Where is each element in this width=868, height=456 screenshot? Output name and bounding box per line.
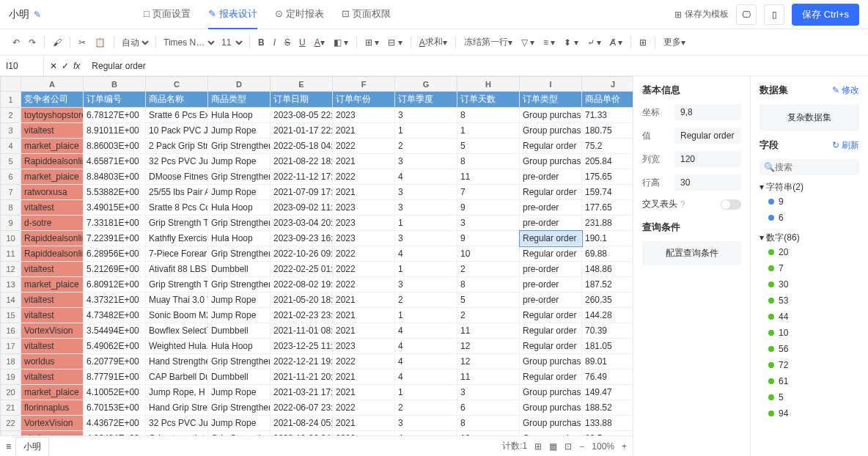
cancel-formula-icon[interactable]: ✕	[50, 61, 57, 71]
row-header[interactable]: 9	[1, 216, 21, 231]
table-cell[interactable]: 177.65	[582, 200, 633, 216]
row-height-input[interactable]: 30	[674, 174, 741, 191]
table-cell[interactable]: 8	[457, 277, 520, 293]
field-item[interactable]: 10	[760, 325, 859, 341]
table-cell[interactable]: market_plaice	[21, 139, 84, 154]
table-cell[interactable]: d-sotre	[21, 216, 84, 231]
table-header-cell[interactable]: 竞争者公司	[21, 92, 84, 108]
row-header[interactable]: 1	[1, 92, 21, 108]
table-cell[interactable]: 4	[395, 246, 457, 262]
row-header[interactable]: 21	[1, 400, 21, 416]
table-cell[interactable]: 2022-02-25 01:55	[271, 262, 333, 277]
table-cell[interactable]: 12	[457, 431, 520, 436]
fill-color-icon[interactable]: ◧ ▾	[330, 35, 352, 50]
table-cell[interactable]: 260.35	[582, 293, 633, 308]
table-cell[interactable]: 11	[457, 323, 520, 339]
table-cell[interactable]: 5.49062E+00	[84, 339, 146, 354]
row-header[interactable]: 16	[1, 323, 21, 339]
table-cell[interactable]: 6.78127E+00	[84, 108, 146, 123]
field-item[interactable]: 30	[760, 276, 859, 293]
table-cell[interactable]: 7-Piece Forearm &	[146, 246, 208, 262]
table-cell[interactable]: vitaltest	[21, 369, 84, 385]
table-cell[interactable]: 82.5	[582, 431, 633, 436]
table-cell[interactable]: 2021	[333, 123, 395, 139]
table-cell[interactable]: 6.28956E+00	[84, 246, 146, 262]
save-template-button[interactable]: ⊞ 保存为模板	[674, 8, 729, 21]
col-header[interactable]: J	[582, 77, 633, 92]
field-item[interactable]: 9	[760, 194, 859, 210]
table-cell[interactable]: 187.52	[582, 277, 633, 293]
table-cell[interactable]: 180.75	[582, 123, 633, 139]
refresh-link[interactable]: ↻ 刷新	[832, 139, 859, 152]
merge-icon[interactable]: ⊟ ▾	[384, 35, 405, 50]
table-cell[interactable]: 3	[395, 277, 457, 293]
row-header[interactable]: 20	[1, 385, 21, 400]
zoom-out-icon[interactable]: −	[579, 441, 584, 452]
table-cell[interactable]: Rapiddealsonline	[21, 231, 84, 246]
table-cell[interactable]: 2022	[333, 354, 395, 369]
table-cell[interactable]: 9	[457, 200, 520, 216]
mobile-preview-icon[interactable]: ▯	[764, 4, 784, 25]
table-cell[interactable]: VortexVision	[21, 416, 84, 431]
table-cell[interactable]: 3	[395, 231, 457, 246]
table-cell[interactable]: Hand Grip Strength	[146, 400, 208, 416]
field-search[interactable]: 🔍	[760, 159, 859, 175]
table-cell[interactable]: 70.39	[582, 323, 633, 339]
table-cell[interactable]: 2022	[333, 431, 395, 436]
help-icon[interactable]: ?	[680, 199, 685, 210]
table-cell[interactable]: Group purchase ord	[520, 431, 582, 436]
table-cell[interactable]: 1	[395, 385, 457, 400]
table-header-cell[interactable]: 订单类型	[520, 92, 582, 108]
font-select[interactable]: Times N…	[161, 37, 217, 48]
table-cell[interactable]: 3	[395, 200, 457, 216]
table-cell[interactable]: Hula Hoop	[208, 200, 271, 216]
table-cell[interactable]: 4.26424E+00	[84, 431, 146, 436]
row-header[interactable]: 10	[1, 231, 21, 246]
config-query-button[interactable]: 配置查询条件	[642, 241, 741, 265]
view-icon-1[interactable]: ⊞	[534, 441, 542, 452]
table-cell[interactable]: 2021-05-20 18:45	[271, 293, 333, 308]
table-cell[interactable]: 4	[395, 339, 457, 354]
edit-title-icon[interactable]: ✎	[34, 10, 41, 20]
table-cell[interactable]: Grip Strengthener	[208, 169, 271, 185]
table-cell[interactable]: Regular order	[520, 246, 582, 262]
table-cell[interactable]: pre-order	[520, 200, 582, 216]
more-button[interactable]: 更多 ▾	[660, 34, 689, 51]
table-cell[interactable]: Grip Strengthener	[208, 139, 271, 154]
grid[interactable]: ABCDEFGHIJ1竞争者公司订单编号商品名称商品类型订单日期订单年份订单季度…	[0, 76, 633, 435]
col-header[interactable]: B	[84, 77, 146, 92]
table-cell[interactable]: 231.88	[582, 216, 633, 231]
row-header[interactable]: 19	[1, 369, 21, 385]
table-cell[interactable]: pre-order	[520, 169, 582, 185]
table-cell[interactable]: Rapiddealsonline	[21, 154, 84, 169]
table-cell[interactable]: 75.2	[582, 139, 633, 154]
table-cell[interactable]: Group purchase ord	[520, 108, 582, 123]
table-cell[interactable]: 2021	[333, 369, 395, 385]
table-cell[interactable]: 4	[395, 354, 457, 369]
edit-dataset-link[interactable]: ✎ 修改	[832, 84, 859, 97]
view-icon-3[interactable]: ⊡	[564, 441, 572, 452]
table-cell[interactable]: pre-order	[520, 216, 582, 231]
table-cell[interactable]: 3	[395, 108, 457, 123]
col-header[interactable]: I	[520, 77, 582, 92]
table-cell[interactable]: 205.84	[582, 154, 633, 169]
table-cell[interactable]: 9	[457, 231, 520, 246]
table-cell[interactable]: Jump Rope	[208, 154, 271, 169]
table-cell[interactable]: 25/55 lbs Pair Adjus	[146, 185, 208, 200]
save-button[interactable]: 保存 Ctrl+s	[792, 4, 859, 26]
table-header-cell[interactable]: 订单季度	[395, 92, 457, 108]
table-cell[interactable]: 181.05	[582, 339, 633, 354]
bold-icon[interactable]: B	[254, 35, 268, 50]
table-cell[interactable]: 2	[457, 308, 520, 323]
row-header[interactable]: 3	[1, 123, 21, 139]
table-cell[interactable]: Grip Strengthener	[208, 431, 271, 436]
table-cell[interactable]: Hula Hoop	[208, 339, 271, 354]
col-width-input[interactable]: 120	[674, 151, 741, 167]
table-cell[interactable]: 2021-01-17 22:53	[271, 123, 333, 139]
table-cell[interactable]: pre-order	[520, 293, 582, 308]
table-cell[interactable]: Group purchase ord	[520, 354, 582, 369]
table-cell[interactable]: 1	[395, 262, 457, 277]
italic-icon[interactable]: I	[270, 35, 279, 50]
table-cell[interactable]: 2023-12-25 11:29	[271, 339, 333, 354]
table-cell[interactable]: 2022	[333, 400, 395, 416]
